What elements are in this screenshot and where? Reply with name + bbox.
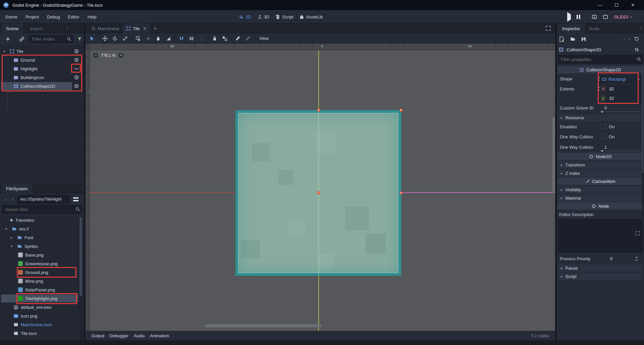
group-visibility[interactable]: ▸Visibility bbox=[558, 186, 643, 193]
tree-item-buildingicon[interactable]: BuildingIcon bbox=[0, 73, 84, 82]
visibility-visible-icon[interactable] bbox=[74, 49, 79, 54]
dock-options-icon[interactable]: ⋮ bbox=[65, 26, 70, 31]
skeleton-options-button[interactable] bbox=[243, 34, 253, 43]
menu-debug[interactable]: Debug bbox=[47, 14, 60, 19]
new-scene-tab-button[interactable]: + bbox=[153, 25, 157, 32]
expander-icon[interactable]: ▾ bbox=[3, 49, 7, 54]
file-item-default-env[interactable]: default_env.tres bbox=[0, 303, 84, 312]
zoom-out-button[interactable]: − bbox=[93, 53, 98, 58]
play-scene-button[interactable] bbox=[592, 14, 597, 19]
tab-node[interactable]: Node bbox=[584, 23, 604, 33]
add-node-button[interactable] bbox=[4, 36, 11, 43]
select-tool[interactable] bbox=[87, 34, 97, 43]
pause-button[interactable] bbox=[577, 15, 580, 19]
slider-grabber[interactable] bbox=[601, 150, 603, 152]
object-tools-icon[interactable] bbox=[634, 47, 639, 52]
filter-funnel-icon[interactable] bbox=[76, 36, 83, 43]
file-item-icon-png[interactable]: icon.png bbox=[0, 312, 84, 320]
inspector-scrollbar[interactable] bbox=[642, 66, 643, 233]
group-transform[interactable]: ▸Transform bbox=[558, 161, 643, 168]
maximize-button[interactable] bbox=[615, 3, 618, 7]
renderer-selector[interactable]: GLES3 bbox=[614, 14, 633, 19]
extents-y-field[interactable]: y 32 bbox=[600, 94, 642, 102]
shape-handle-center[interactable] bbox=[317, 191, 320, 195]
scene-tab-tile[interactable]: Tile ✕ bbox=[123, 23, 150, 33]
mode-2d-button[interactable]: 2D bbox=[239, 14, 251, 19]
close-tab-icon[interactable]: ✕ bbox=[143, 26, 147, 31]
file-item-solarpanel-png[interactable]: SolarPanel.png bbox=[0, 285, 84, 294]
shape-handle-corner[interactable] bbox=[399, 109, 403, 112]
tree-item-tile[interactable]: ▾ Tile bbox=[0, 47, 84, 56]
one-way-collision-margin-value[interactable]: 1 bbox=[604, 145, 607, 150]
tree-item-ground[interactable]: Ground bbox=[0, 56, 84, 64]
expander-icon[interactable]: ▸ bbox=[11, 235, 15, 240]
group-resource[interactable]: ▸Resource bbox=[558, 114, 643, 121]
extents-x-field[interactable]: x 32 bbox=[600, 84, 642, 93]
panel-animation[interactable]: Animation bbox=[150, 333, 169, 338]
nav-back-icon[interactable]: ‹ bbox=[3, 196, 9, 203]
tab-import[interactable]: Import bbox=[25, 23, 47, 33]
file-item-favorites[interactable]: ★ Favorites: bbox=[0, 216, 84, 224]
minimize-button[interactable]: — bbox=[597, 3, 602, 7]
new-resource-icon[interactable] bbox=[559, 36, 565, 42]
slider-grabber[interactable] bbox=[601, 111, 603, 113]
filter-properties-field[interactable] bbox=[558, 55, 643, 64]
zoom-in-button[interactable]: + bbox=[118, 53, 123, 58]
distraction-free-icon[interactable] bbox=[545, 25, 551, 31]
panel-output[interactable]: Output bbox=[91, 333, 104, 338]
expand-icon[interactable] bbox=[635, 231, 640, 236]
panel-debugger[interactable]: Debugger bbox=[109, 333, 128, 338]
slider-track[interactable] bbox=[600, 112, 641, 112]
close-button[interactable]: × bbox=[631, 2, 635, 8]
viewport-canvas[interactable]: − 778.1 % + bbox=[90, 50, 555, 331]
one-way-collision-checkbox[interactable] bbox=[600, 134, 606, 139]
view-menu[interactable]: View bbox=[256, 36, 272, 41]
grid-snap-toggle[interactable] bbox=[186, 34, 197, 43]
ruler-tool[interactable] bbox=[163, 34, 173, 43]
menu-scene[interactable]: Scene bbox=[5, 14, 17, 19]
spinner-icon[interactable] bbox=[634, 256, 639, 262]
path-field[interactable] bbox=[17, 195, 70, 204]
tree-item-collisionshape2d[interactable]: CollisionShape2D bbox=[0, 82, 84, 90]
scale-tool[interactable] bbox=[120, 34, 130, 43]
load-resource-icon[interactable] bbox=[570, 37, 576, 42]
play-custom-scene-button[interactable] bbox=[603, 14, 608, 19]
lock-button[interactable] bbox=[210, 34, 220, 43]
process-priority-value[interactable]: 0 bbox=[610, 256, 612, 261]
mode-3d-button[interactable]: 3D bbox=[257, 14, 270, 19]
group-button[interactable] bbox=[220, 34, 230, 43]
group-z-index[interactable]: ▸Z Index bbox=[558, 170, 643, 177]
custom-solver-bias-value[interactable]: 0 bbox=[604, 106, 607, 111]
filter-nodes-field[interactable] bbox=[29, 35, 73, 43]
move-tool[interactable] bbox=[100, 34, 110, 43]
list-select-tool[interactable] bbox=[133, 34, 143, 43]
tree-item-highlight[interactable]: Highlight bbox=[0, 64, 84, 73]
scene-tab-mainscene[interactable]: MainScene bbox=[88, 23, 123, 33]
editor-description-textarea[interactable] bbox=[558, 219, 643, 253]
file-item-mine-png[interactable]: Mine.png bbox=[0, 277, 84, 285]
expander-icon[interactable]: ▾ bbox=[5, 227, 9, 231]
filesystem-scrollbar[interactable] bbox=[79, 216, 83, 340]
file-item-font-folder[interactable]: ▸ Font bbox=[0, 233, 84, 242]
vertical-scrollbar[interactable] bbox=[552, 117, 555, 193]
menu-help[interactable]: Help bbox=[88, 14, 97, 19]
group-script[interactable]: ▸Script bbox=[558, 273, 643, 280]
tab-filesystem[interactable]: FileSystem bbox=[1, 184, 32, 194]
disabled-checkbox[interactable] bbox=[600, 124, 606, 129]
snap-options-menu[interactable]: ⋮ bbox=[197, 34, 207, 43]
display-mode-icon[interactable] bbox=[72, 196, 80, 203]
dock-options-icon[interactable]: ⋮ bbox=[639, 26, 643, 31]
visibility-visible-icon[interactable] bbox=[74, 83, 79, 89]
nav-forward-icon[interactable]: › bbox=[9, 196, 16, 203]
smart-snap-toggle[interactable] bbox=[176, 34, 186, 43]
tab-inspector[interactable]: Inspector bbox=[557, 23, 585, 33]
menu-editor[interactable]: Editor bbox=[68, 14, 79, 19]
visibility-hidden-icon[interactable] bbox=[74, 66, 79, 71]
save-resource-icon[interactable] bbox=[581, 37, 586, 42]
shape-handle-right[interactable] bbox=[399, 191, 403, 195]
shape-dropdown[interactable]: Rectangl bbox=[600, 75, 642, 83]
path-input[interactable] bbox=[17, 195, 70, 204]
search-files-input[interactable] bbox=[2, 205, 82, 214]
instance-scene-button[interactable] bbox=[18, 36, 25, 43]
horizontal-scrollbar[interactable] bbox=[205, 324, 321, 327]
